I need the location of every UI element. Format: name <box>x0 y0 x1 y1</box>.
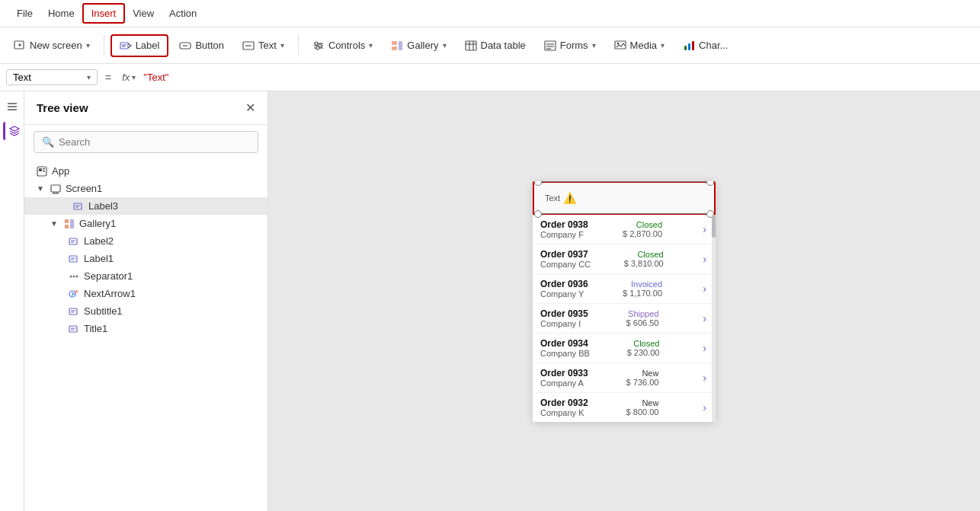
arrow-0938-icon[interactable]: › <box>703 223 706 235</box>
tree-item-label3[interactable]: Label3 <box>24 197 267 215</box>
sidebar-layers-icon[interactable] <box>3 122 21 140</box>
status-0934: Closed <box>633 339 659 348</box>
charts-button[interactable]: Char... <box>675 36 735 56</box>
arrow-0936-icon[interactable]: › <box>703 283 706 295</box>
text-chevron-icon: ▾ <box>280 41 284 50</box>
arrow-0932-icon[interactable]: › <box>703 401 706 414</box>
label1-icon <box>69 254 79 264</box>
label-button[interactable]: Label <box>110 34 169 57</box>
gallery-label: Gallery <box>407 40 438 51</box>
nextarrow1-icon <box>69 289 79 299</box>
tree-item-app[interactable]: App <box>24 162 267 180</box>
menu-file[interactable]: File <box>9 5 40 22</box>
menu-insert[interactable]: Insert <box>82 3 126 24</box>
search-input[interactable] <box>59 136 250 148</box>
gallery-button[interactable]: Gallery ▾ <box>383 36 453 56</box>
canvas-area: Text ⚠️ Order 0938 <box>268 91 980 511</box>
order-0932: Order 0932 <box>540 398 588 408</box>
label3-selected-overlay[interactable]: Text ⚠️ <box>533 181 716 215</box>
media-icon <box>614 40 626 52</box>
tree-item-screen1[interactable]: ▼ Screen1 <box>24 180 267 197</box>
amount-0936: $ 1,170.00 <box>623 289 662 298</box>
gallery-row-0932[interactable]: Order 0932 Company K New $ 800.00 › <box>533 393 716 422</box>
order-0937: Order 0937 <box>540 249 591 260</box>
amount-0937: $ 3,810.00 <box>624 259 664 268</box>
amount-0934: $ 230.00 <box>627 348 660 357</box>
scroll-thumb[interactable] <box>712 215 716 238</box>
handle-top-left[interactable] <box>534 181 542 186</box>
forms-button[interactable]: Forms ▾ <box>536 36 604 56</box>
formula-selector-chevron-icon: ▾ <box>87 73 91 81</box>
gallery-icon <box>391 40 403 52</box>
status-0936: Invoiced <box>631 279 662 289</box>
svg-rect-29 <box>684 46 687 50</box>
menu-view[interactable]: View <box>125 5 162 22</box>
tree-item-separator1[interactable]: Separator1 <box>24 267 267 285</box>
tree-item-label1[interactable]: Label1 <box>24 250 267 267</box>
gallery-row-0937[interactable]: Order 0937 Company CC Closed $ 3,810.00 … <box>533 244 716 274</box>
order-0935: Order 0935 <box>540 308 588 319</box>
formula-fx-area: fx ▾ <box>119 72 139 83</box>
svg-point-15 <box>316 46 319 50</box>
svg-point-13 <box>315 42 318 45</box>
tree-item-nextarrow1[interactable]: NextArrow1 <box>24 285 267 302</box>
svg-rect-18 <box>399 41 402 50</box>
gallery-container: Order 0938 Company F Closed $ 2,870.00 ›… <box>533 215 716 422</box>
text-toolbar-icon <box>242 40 255 52</box>
menu-bar: File Home Insert View Action <box>0 0 980 27</box>
svg-point-28 <box>617 42 619 44</box>
data-table-button[interactable]: Data table <box>457 36 533 56</box>
label-icon <box>120 40 132 52</box>
svg-point-57 <box>76 275 78 277</box>
gallery-row-0934[interactable]: Order 0934 Company BB Closed $ 230.00 › <box>533 334 716 363</box>
text-toolbar-button[interactable]: Text ▾ <box>235 36 292 56</box>
tree-item-title1[interactable]: Title1 <box>24 320 267 337</box>
text-toolbar-label: Text <box>258 40 277 51</box>
tree-item-subtitle1[interactable]: Subtitle1 <box>24 302 267 320</box>
tree-item-gallery1[interactable]: ▼ Gallery1 <box>24 215 267 232</box>
new-screen-icon <box>14 40 26 52</box>
svg-rect-47 <box>65 225 69 228</box>
search-box[interactable]: 🔍 <box>34 131 258 153</box>
sidebar-hamburger-icon[interactable] <box>3 97 21 116</box>
tree-item-label2-label: Label2 <box>84 235 114 247</box>
gallery-chevron-icon: ▾ <box>443 41 447 50</box>
tree-item-label2[interactable]: Label2 <box>24 232 267 250</box>
new-screen-button[interactable]: New screen ▾ <box>6 36 98 56</box>
gallery-row-0936[interactable]: Order 0936 Company Y Invoiced $ 1,170.00… <box>533 274 716 304</box>
menu-action[interactable]: Action <box>162 5 204 22</box>
svg-rect-52 <box>69 256 77 262</box>
search-icon: 🔍 <box>42 136 54 148</box>
status-0937: Closed <box>637 250 663 259</box>
menu-home[interactable]: Home <box>40 5 82 22</box>
svg-rect-49 <box>69 238 77 244</box>
arrow-0934-icon[interactable]: › <box>703 342 706 354</box>
formula-selector[interactable]: Text ▾ <box>6 69 98 85</box>
arrow-0933-icon[interactable]: › <box>703 372 706 384</box>
svg-rect-46 <box>65 219 69 223</box>
label-label: Label <box>136 40 160 51</box>
formula-fx-chevron-icon: ▾ <box>132 73 136 81</box>
gallery-row-0933[interactable]: Order 0933 Company A New $ 736.00 › <box>533 363 716 393</box>
tree-close-button[interactable]: ✕ <box>245 101 255 115</box>
toolbar: New screen ▾ Label Button Text ▾ <box>0 27 980 64</box>
arrow-0935-icon[interactable]: › <box>703 312 706 324</box>
arrow-0937-icon[interactable]: › <box>703 253 706 265</box>
amount-0932: $ 800.00 <box>626 407 659 417</box>
gallery-row-0938[interactable]: Order 0938 Company F Closed $ 2,870.00 › <box>533 215 716 244</box>
company-0935: Company I <box>540 319 588 328</box>
gallery-row-0935[interactable]: Order 0935 Company I Shipped $ 606.50 › <box>533 304 716 334</box>
svg-rect-35 <box>37 167 46 176</box>
controls-button[interactable]: Controls ▾ <box>305 36 380 56</box>
media-button[interactable]: Media ▾ <box>607 36 672 56</box>
gallery1-collapse-icon: ▼ <box>50 219 58 228</box>
data-table-icon <box>465 40 477 52</box>
tree-item-gallery1-label: Gallery1 <box>79 218 116 229</box>
controls-icon <box>312 40 325 52</box>
separator1-icon <box>69 271 79 282</box>
toolbar-separator-1 <box>104 35 104 56</box>
button-button[interactable]: Button <box>171 36 232 56</box>
handle-top-right[interactable] <box>706 181 714 186</box>
svg-rect-38 <box>43 171 45 172</box>
new-screen-label: New screen <box>30 40 82 51</box>
